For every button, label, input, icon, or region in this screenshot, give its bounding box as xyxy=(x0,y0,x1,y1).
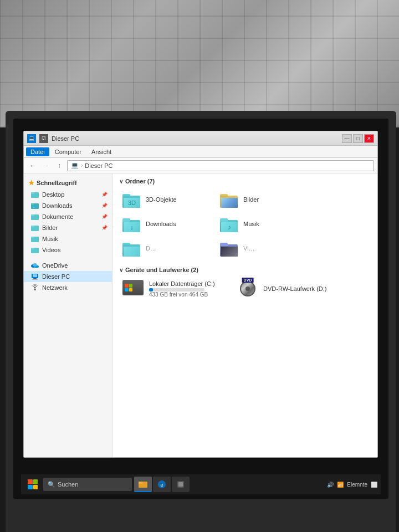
sidebar-item-bilder[interactable]: Bilder 📌 xyxy=(24,222,112,233)
svg-rect-8 xyxy=(31,226,34,227)
folder-icon-videos xyxy=(220,240,240,257)
title-bar: 💻 ☑ Dieser PC — □ ✕ xyxy=(24,131,377,146)
sidebar: ★ Schnellzugriff Desktop 📌 ↓ xyxy=(24,173,112,457)
c-drive-info: Lokaler Datenträger (C:) 433 GB frei von… xyxy=(149,280,227,298)
d-drive-name: DVD-RW-Laufwerk (D:) xyxy=(263,285,341,292)
start-button[interactable] xyxy=(24,477,41,492)
musik-label: Musik xyxy=(42,236,108,242)
bilder-label: Bilder xyxy=(42,224,99,231)
folder-downloads-icon: ↓ xyxy=(30,202,39,209)
sidebar-item-dokumente[interactable]: Dokumente 📌 xyxy=(24,211,112,222)
desktop-label: Desktop xyxy=(42,191,99,198)
expand-devices-icon: ∨ xyxy=(119,267,123,273)
hdd-icon xyxy=(122,280,145,298)
downloads-label: Downloads xyxy=(42,202,99,209)
folder-name-musik: Musik xyxy=(243,221,259,227)
dieser-pc-label: Dieser PC xyxy=(42,273,108,280)
menu-tab-datei[interactable]: Datei xyxy=(26,147,49,156)
forward-button[interactable]: → xyxy=(40,160,52,171)
device-item-d-drive[interactable]: DVD DVD-RW-Laufwerk (D:) xyxy=(233,278,344,300)
dieser-pc-icon xyxy=(30,273,39,280)
address-path[interactable]: 💻 › Dieser PC xyxy=(67,160,374,171)
folders-section-label: Ordner (7) xyxy=(125,178,155,185)
folder-item-3d-objekte[interactable]: 3D 3D-Objekte xyxy=(119,189,213,210)
maximize-button[interactable]: □ xyxy=(353,134,363,143)
taskbar-app-3[interactable] xyxy=(172,477,190,492)
svg-rect-19 xyxy=(32,279,38,280)
svg-text:↓: ↓ xyxy=(33,205,35,208)
folder-item-downloads[interactable]: ↓ Downloads xyxy=(119,213,213,234)
taskbar-app-2[interactable]: e xyxy=(153,477,171,492)
sidebar-item-videos[interactable]: Videos xyxy=(24,244,112,255)
folder-item-musik[interactable]: ♪ Musik xyxy=(217,213,311,234)
sidebar-item-dieser-pc[interactable]: Dieser PC xyxy=(24,271,112,282)
folder-name-dokumente: D… xyxy=(146,245,156,252)
folder-icon-bilder xyxy=(220,191,240,208)
folder-icon-downloads: ↓ xyxy=(122,216,142,232)
folder-item-videos[interactable]: Vi… xyxy=(217,238,311,259)
window-icon: 💻 xyxy=(27,134,36,143)
folder-icon-musik: ♪ xyxy=(220,216,240,232)
downloads-pin: 📌 xyxy=(101,203,108,208)
taskbar-search[interactable]: 🔍 Suchen xyxy=(43,478,132,491)
d-drive-info: DVD-RW-Laufwerk (D:) xyxy=(263,285,341,292)
screen-bezel: 💻 ☑ Dieser PC — □ ✕ Datei Computer Ans xyxy=(13,119,388,499)
taskbar-explorer-button[interactable] xyxy=(134,477,152,492)
menu-tab-ansicht[interactable]: Ansicht xyxy=(87,147,116,156)
device-item-c-drive[interactable]: Lokaler Datenträger (C:) 433 GB frei von… xyxy=(119,278,230,300)
devices-section-label: Geräte und Laufwerke (2) xyxy=(125,267,198,273)
svg-text:e: e xyxy=(160,482,163,488)
menu-bar: Datei Computer Ansicht xyxy=(24,146,377,158)
folder-videos-icon xyxy=(30,246,39,254)
desktop-pin: 📌 xyxy=(101,192,108,197)
star-icon: ★ xyxy=(28,179,34,187)
folder-item-bilder[interactable]: Bilder xyxy=(217,189,311,210)
bilder-pin: 📌 xyxy=(101,225,108,231)
background-store xyxy=(0,0,399,127)
folder-name-downloads: Downloads xyxy=(146,221,176,227)
svg-rect-27 xyxy=(178,482,183,487)
c-drive-space: 433 GB frei von 464 GB xyxy=(149,291,227,298)
folder-desktop-icon xyxy=(30,191,39,198)
content-area: ∨ Ordner (7) 3D 3D-Objekte xyxy=(112,173,377,457)
folder-item-dokumente[interactable]: D… xyxy=(119,238,213,259)
folder-musik-icon xyxy=(30,235,39,243)
svg-rect-18 xyxy=(33,278,37,279)
svg-rect-20 xyxy=(34,289,36,290)
taskbar-right: 🔊 📶 Elemnte ⬜ xyxy=(327,482,377,488)
menu-tab-computer[interactable]: Computer xyxy=(50,147,86,156)
svg-point-21 xyxy=(34,287,36,289)
quick-access-label: Schnellzugriff xyxy=(37,180,77,186)
laptop-body: 💻 ☑ Dieser PC — □ ✕ Datei Computer Ans xyxy=(6,111,396,532)
path-text: Dieser PC xyxy=(85,162,112,169)
dvd-icon: DVD xyxy=(237,280,259,298)
quick-access-header[interactable]: ★ Schnellzugriff xyxy=(24,177,112,189)
up-button[interactable]: ↑ xyxy=(54,160,65,171)
svg-rect-17 xyxy=(33,274,37,277)
sidebar-item-onedrive[interactable]: OneDrive xyxy=(24,260,112,271)
minimize-button[interactable]: — xyxy=(342,134,352,143)
back-button[interactable]: ← xyxy=(27,160,38,171)
onedrive-icon xyxy=(30,262,39,269)
address-bar: ← → ↑ 💻 › Dieser PC xyxy=(24,158,377,173)
taskbar: 🔍 Suchen e 🔊 📶 xyxy=(21,474,381,494)
title-bar-controls: — □ ✕ xyxy=(342,134,374,143)
svg-rect-1 xyxy=(31,192,34,194)
search-label: Suchen xyxy=(58,481,78,488)
folder-icon-dokumente xyxy=(122,240,142,257)
sidebar-item-musik[interactable]: Musik xyxy=(24,233,112,244)
taskbar-clock: Elemnte xyxy=(347,482,367,488)
sidebar-item-desktop[interactable]: Desktop 📌 xyxy=(24,189,112,200)
svg-rect-6 xyxy=(31,214,34,216)
sidebar-item-netzwerk[interactable]: Netzwerk xyxy=(24,282,112,293)
svg-rect-12 xyxy=(31,248,34,249)
explorer-window: 💻 ☑ Dieser PC — □ ✕ Datei Computer Ans xyxy=(23,131,378,458)
sidebar-item-downloads[interactable]: ↓ Downloads 📌 xyxy=(24,200,112,211)
onedrive-label: OneDrive xyxy=(42,262,108,269)
folders-grid: 3D 3D-Objekte xyxy=(119,189,371,259)
folder-dokumente-icon xyxy=(30,213,39,221)
folder-name-3d-objekte: 3D-Objekte xyxy=(146,196,177,203)
folders-section-header: ∨ Ordner (7) xyxy=(119,178,371,185)
close-button[interactable]: ✕ xyxy=(364,134,374,143)
main-layout: ★ Schnellzugriff Desktop 📌 ↓ xyxy=(24,173,377,457)
